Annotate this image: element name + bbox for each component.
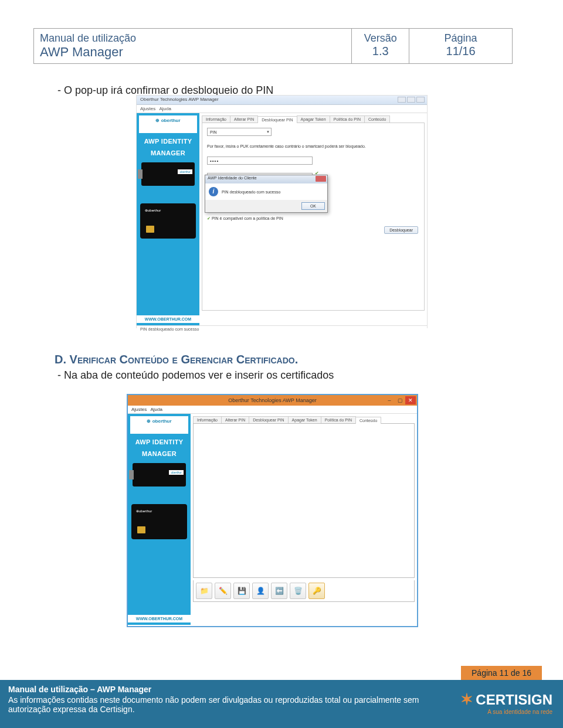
footer-text: As informações contidas neste documento … — [0, 695, 446, 714]
ok-button[interactable]: OK — [301, 202, 325, 210]
menu-ajustes[interactable]: Ajustes — [131, 407, 147, 412]
doc-header: Manual de utilização AWP Manager Versão … — [33, 28, 513, 64]
window-title-2: Oberthur Technologies AWP Manager — [228, 397, 316, 403]
window-title: Oberthur Technologies AWP Manager — [140, 97, 219, 102]
app-title: AWP Manager — [40, 45, 345, 60]
oberthur-logo: ⊕ oberthur — [139, 115, 197, 133]
sidebar-url: WWW.OBERTHUR.COM — [128, 615, 191, 622]
maximize-icon[interactable] — [407, 97, 415, 103]
tab-row: Informação Alterar PIN Desbloquear PIN A… — [202, 115, 425, 123]
window-controls — [398, 97, 425, 103]
info-icon: i — [209, 187, 218, 196]
tab-row-2: Informação Alterar PIN Desbloquear PIN A… — [193, 416, 415, 424]
sidebar-line2: MANAGER — [137, 149, 199, 157]
open-folder-button[interactable]: 📁 — [196, 583, 212, 599]
screenshot-2: Oberthur Technologies AWP Manager – ▢ ✕ … — [127, 394, 418, 627]
key-button[interactable]: 🔑 — [308, 583, 325, 599]
tab-alterar-pin[interactable]: Alterar PIN — [230, 115, 258, 123]
tab-desbloquear-pin[interactable]: Desbloquear PIN — [249, 416, 288, 423]
cert-toolbar: 📁 ✏️ 💾 👤 ⬅️ 🗑️ 🔑 — [193, 580, 415, 602]
menu-ajuda[interactable]: Ajuda — [150, 407, 162, 412]
sidebar-2: ⊕ oberthur AWP IDENTITY MANAGER oberthur… — [128, 414, 191, 625]
window-titlebar-2: Oberthur Technologies AWP Manager – ▢ ✕ — [128, 395, 417, 406]
page-value: 11/16 — [415, 45, 506, 58]
page-tag: Página 11 de 16 — [461, 666, 542, 680]
import-button[interactable]: ⬅️ — [271, 583, 287, 599]
minimize-icon[interactable] — [398, 97, 406, 103]
page-label: Página — [415, 32, 506, 45]
maximize-icon[interactable]: ▢ — [395, 396, 405, 404]
doc-footer: Manual de utilização – AWP Manager As in… — [0, 680, 563, 728]
caption-2: - Na aba de conteúdo podemos ver e inser… — [57, 369, 334, 382]
add-user-button[interactable]: 👤 — [252, 583, 269, 599]
menubar: Ajustes Ajuda — [137, 105, 427, 113]
dialog-titlebar: AWP Identidade do Cliente — [205, 175, 327, 183]
puk-instruction: Por favor, insira o PUK corretamente cas… — [207, 144, 419, 148]
sidebar-line1: AWP IDENTITY — [137, 138, 199, 145]
tab-politica-pin[interactable]: Política do PIN — [330, 115, 365, 123]
dialog-close-icon[interactable] — [316, 176, 326, 182]
tab-apagar-token[interactable]: Apagar Token — [297, 115, 330, 123]
logo-text: CERTISIGN — [476, 692, 552, 708]
version-value: 1.3 — [358, 45, 403, 58]
delete-button[interactable]: 🗑️ — [290, 583, 306, 599]
logo-tagline: A sua identidade na rede — [460, 709, 552, 715]
tab-conteudo[interactable]: Conteúdo — [355, 417, 381, 424]
token-graphic: oberthur — [133, 463, 186, 487]
menu-ajuda[interactable]: Ajuda — [159, 106, 171, 111]
menubar-2: Ajustes Ajuda — [128, 406, 417, 414]
token-graphic: oberthur — [141, 162, 195, 186]
tab-apagar-token[interactable]: Apagar Token — [288, 416, 321, 423]
oberthur-logo: ⊕ oberthur — [130, 416, 188, 434]
tab-informacao[interactable]: Informação — [202, 115, 230, 123]
certisign-logo: ✶ CERTISIGN A sua identidade na rede — [460, 690, 552, 715]
dialog-title-text: AWP Identidade do Cliente — [208, 176, 257, 180]
window-titlebar: Oberthur Technologies AWP Manager — [137, 96, 427, 105]
window-controls-2: – ▢ ✕ — [384, 396, 416, 404]
version-label: Versão — [358, 32, 403, 45]
tab-politica-pin[interactable]: Política do PIN — [321, 416, 356, 423]
edit-button[interactable]: ✏️ — [215, 583, 231, 599]
smartcard-graphic: ⊕oberthur — [131, 504, 187, 539]
sidebar-url: WWW.OBERTHUR.COM — [137, 315, 199, 323]
dialog-message: PIN desbloqueado com sucesso — [222, 190, 280, 194]
close-icon[interactable] — [416, 97, 425, 103]
section-d-heading: D. Verificar Conteúdo e Gerenciar Certif… — [55, 353, 298, 366]
sidebar-line2: MANAGER — [128, 450, 191, 457]
save-button[interactable]: 💾 — [233, 583, 250, 599]
smartcard-graphic: ⊕oberthur — [140, 203, 196, 239]
menu-ajustes[interactable]: Ajustes — [140, 106, 155, 111]
dialog: AWP Identidade do Cliente i PIN desbloqu… — [205, 175, 328, 213]
sidebar: ⊕ oberthur AWP IDENTITY MANAGER oberthur… — [137, 113, 199, 325]
logo-icon: ✶ — [460, 690, 473, 709]
minimize-icon[interactable]: – — [384, 396, 395, 404]
pin-compat-text: PIN é compatível com a política de PIN — [207, 216, 419, 221]
desbloquear-button[interactable]: Desbloquear — [384, 226, 418, 234]
tab-alterar-pin[interactable]: Alterar PIN — [221, 416, 249, 423]
content-listbox[interactable] — [193, 423, 415, 578]
manual-label: Manual de utilização — [40, 32, 345, 45]
tab-conteudo[interactable]: Conteúdo — [364, 115, 390, 123]
puk-field-1[interactable]: •••• — [207, 157, 313, 165]
pin-select[interactable]: PIN — [207, 128, 272, 136]
sidebar-line1: AWP IDENTITY — [128, 438, 191, 445]
tab-desbloquear-pin[interactable]: Desbloquear PIN — [257, 116, 297, 123]
tab-informacao[interactable]: Informação — [193, 416, 222, 423]
screenshot-1: Oberthur Technologies AWP Manager Ajuste… — [136, 95, 428, 328]
statusbar: PIN desbloqueado com sucesso — [137, 325, 427, 332]
close-icon[interactable]: ✕ — [405, 396, 416, 404]
